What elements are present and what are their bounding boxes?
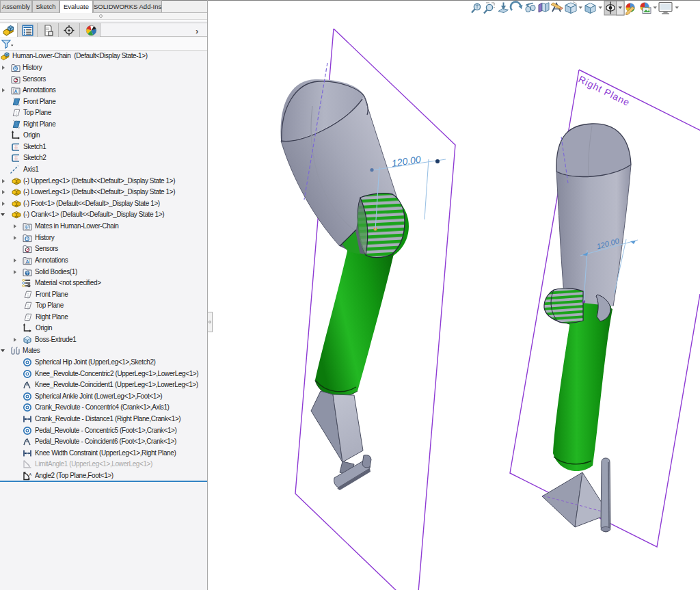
svg-text:120.00: 120.00 [391,154,422,169]
svg-text:Right Plane: Right Plane [577,73,632,108]
